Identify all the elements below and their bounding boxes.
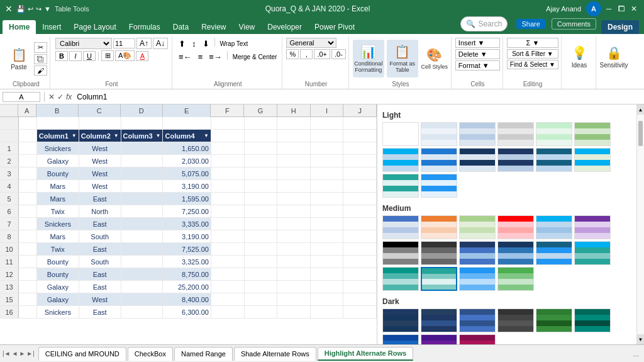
copy-button[interactable]: ⿻ (34, 54, 47, 64)
format-painter-button[interactable]: 🖌 (34, 65, 47, 76)
tab-data[interactable]: Data (167, 20, 195, 34)
sheet-nav-last[interactable]: ►| (26, 350, 35, 357)
style-thumbnail[interactable] (536, 215, 572, 239)
col-header-a[interactable]: A (18, 105, 36, 117)
scroll-up-button[interactable]: ▲ (637, 105, 644, 115)
increase-font-button[interactable]: A↑ (136, 38, 152, 49)
close-button[interactable]: ✕ (629, 4, 639, 14)
filter-arrow-c[interactable]: ▼ (114, 133, 119, 139)
tab-developer[interactable]: Developer (261, 20, 308, 34)
minimize-button[interactable]: ─ (604, 4, 614, 14)
fill-color-button[interactable]: A🎨 (115, 50, 135, 61)
share-button[interactable]: Share (516, 19, 545, 29)
sheet-nav[interactable]: |◄ ◄ ► ►| (3, 350, 35, 357)
tab-shade-alternate[interactable]: Shade Alternate Rows (234, 347, 316, 361)
style-thumbnail[interactable] (421, 215, 457, 239)
style-thumbnail[interactable] (497, 122, 534, 146)
align-middle-button[interactable]: ↕ (189, 38, 199, 50)
comments-button[interactable]: Comments (552, 18, 596, 30)
more-tabs-indicator[interactable]: ... (631, 350, 641, 358)
paste-button[interactable]: 📋 Paste (5, 40, 33, 77)
tab-formulas[interactable]: Formulas (123, 20, 167, 34)
filter-arrow-b[interactable]: ▼ (72, 133, 77, 139)
style-thumbnail[interactable] (382, 308, 419, 332)
align-left-button[interactable]: ≡← (176, 51, 194, 63)
sort-filter-button[interactable]: Sort & Filter ▼ (507, 49, 558, 59)
bold-button[interactable]: B (55, 51, 68, 61)
style-thumbnail[interactable] (459, 267, 496, 291)
style-thumbnail[interactable] (421, 241, 457, 265)
style-thumbnail[interactable] (574, 122, 611, 146)
style-thumbnail[interactable] (536, 308, 572, 332)
wrap-text-button[interactable]: Wrap Text (218, 38, 251, 50)
filter-arrow-e[interactable]: ▼ (204, 133, 209, 139)
col-header-e[interactable]: E (163, 105, 211, 117)
format-as-table-button[interactable]: 📋 Format as Table (387, 40, 418, 77)
quick-access-toolbar[interactable]: 💾 ↩ ↪ ▼ (16, 5, 51, 13)
align-right-button[interactable]: ≡→ (206, 51, 225, 63)
col-header-b[interactable]: B (36, 105, 79, 117)
ideas-button[interactable]: 💡 Ideas (565, 38, 593, 76)
style-thumbnail[interactable] (421, 148, 457, 172)
sensitivity-button[interactable]: 🔒 Sensitivity (600, 38, 628, 76)
tab-checkbox[interactable]: CheckBox (128, 347, 173, 361)
style-thumbnail[interactable] (497, 241, 534, 265)
col-header-c[interactable]: C (79, 105, 121, 117)
col-header-d[interactable]: D (121, 105, 163, 117)
style-thumbnail[interactable] (421, 174, 457, 198)
style-thumbnail[interactable] (459, 308, 496, 332)
increase-decimal-button[interactable]: .0+ (314, 49, 330, 59)
merge-center-button[interactable]: Merge & Center (230, 51, 280, 63)
col-header-h[interactable]: H (277, 105, 311, 117)
style-thumbnail[interactable] (536, 241, 572, 265)
comma-button[interactable]: , (300, 49, 313, 59)
style-thumbnail[interactable] (574, 241, 611, 265)
sheet-nav-first[interactable]: |◄ (3, 350, 11, 357)
font-size-input[interactable] (113, 38, 135, 48)
col-header-g[interactable]: G (244, 105, 277, 117)
style-thumbnail[interactable] (421, 334, 457, 344)
tab-ceiling-mround[interactable]: CEILING and MROUND (38, 347, 126, 361)
style-thumbnail[interactable] (536, 148, 572, 172)
style-thumbnail[interactable] (382, 215, 419, 239)
select-all-button[interactable] (0, 105, 18, 116)
style-thumbnail[interactable] (459, 215, 496, 239)
style-thumbnail[interactable] (574, 148, 611, 172)
cut-button[interactable]: ✂ (34, 42, 47, 53)
style-panel-scroll[interactable]: Light Medium Turquoise, Table Style Medi… (377, 105, 636, 344)
tab-power-pivot[interactable]: Power Pivot (308, 20, 361, 34)
underline-button[interactable]: U (83, 51, 96, 61)
style-thumbnail[interactable] (536, 122, 572, 146)
sheet-nav-prev[interactable]: ◄ (12, 350, 18, 357)
decrease-decimal-button[interactable]: .0- (331, 49, 346, 59)
align-bottom-button[interactable]: ⬇ (200, 38, 212, 50)
style-thumbnail[interactable] (421, 308, 457, 332)
search-bar[interactable]: 🔍 Search (460, 16, 508, 31)
align-top-button[interactable]: ⬆ (176, 38, 188, 50)
tab-review[interactable]: Review (195, 20, 232, 34)
conditional-formatting-button[interactable]: 📊 Conditional Formatting (353, 40, 384, 77)
style-thumbnail[interactable] (574, 308, 611, 332)
col-header-j[interactable]: J (343, 105, 377, 117)
autosum-button[interactable]: Σ ▼ (507, 38, 558, 48)
restore-button[interactable]: ⧠ (616, 4, 626, 14)
style-thumbnail[interactable] (459, 241, 496, 265)
font-family-select[interactable]: Calibri (55, 38, 112, 49)
filter-arrow-d[interactable]: ▼ (156, 133, 161, 139)
panel-scrollbar[interactable]: ▲ ▼ (636, 105, 644, 344)
find-select-button[interactable]: Find & Select ▼ (507, 60, 558, 69)
style-thumbnail[interactable] (497, 308, 534, 332)
style-thumbnail[interactable] (459, 334, 496, 344)
tab-insert[interactable]: Insert (36, 20, 67, 34)
confirm-icon[interactable]: ✓ (57, 93, 64, 101)
align-center-button[interactable]: ≡ (196, 51, 206, 63)
style-thumbnail[interactable] (574, 215, 611, 239)
scroll-down-button[interactable]: ▼ (637, 334, 644, 344)
style-thumbnail[interactable] (382, 148, 419, 172)
tab-page-layout[interactable]: Page Layout (67, 20, 122, 34)
style-thumbnail[interactable] (459, 148, 496, 172)
style-thumbnail[interactable] (497, 215, 534, 239)
delete-button[interactable]: Delete ▼ (455, 49, 500, 59)
name-box[interactable] (3, 92, 40, 102)
number-format-select[interactable]: General (286, 38, 336, 48)
